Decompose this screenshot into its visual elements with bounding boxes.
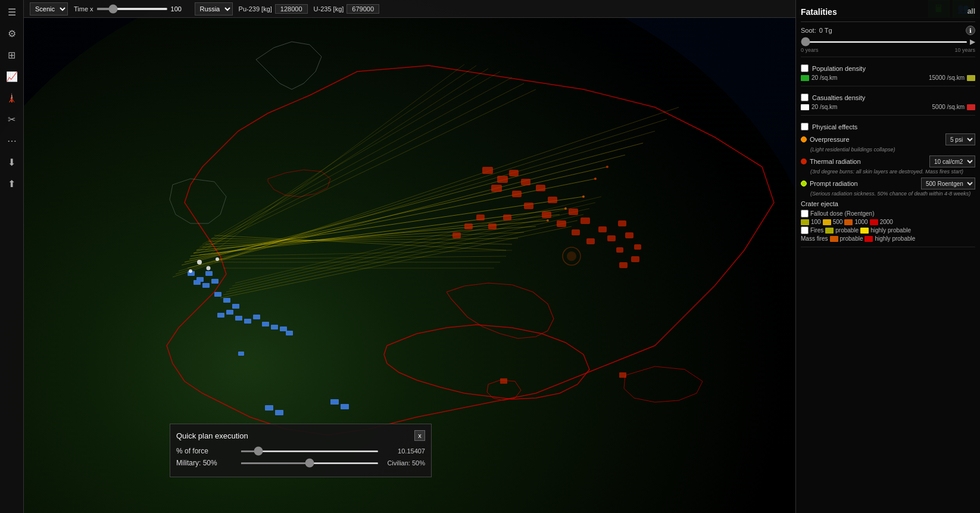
force-slider[interactable] <box>241 450 379 452</box>
military-value-text: 50% <box>203 459 217 467</box>
time-min-label: 0 years <box>801 47 819 53</box>
soot-row: Soot: 0 Tg ℹ <box>801 26 975 35</box>
u235-label: U-235 [kg] <box>314 5 344 13</box>
sidebar-hamburger-icon[interactable]: ☰ <box>2 2 21 21</box>
mass-fires-probable-label: probable <box>840 235 863 242</box>
pu239-value: 128000 <box>275 4 308 14</box>
military-civilian-slider[interactable] <box>241 462 379 464</box>
time-multiplier-slider[interactable] <box>96 8 168 10</box>
soot-info-button[interactable]: ℹ <box>966 26 975 35</box>
soot-label: Soot: <box>801 27 816 34</box>
quick-plan-title: Quick plan execution <box>176 431 248 440</box>
country-dropdown[interactable]: Russia <box>195 2 233 15</box>
time-labels: 0 years 10 years <box>801 47 975 53</box>
physical-effects-checkbox[interactable] <box>801 123 809 130</box>
force-row: % of force 10.15407 <box>176 447 425 455</box>
fires-row: Fires probable highly probable <box>801 226 975 234</box>
sidebar-network-icon[interactable]: ⋯ <box>2 131 21 150</box>
time-x-label: Time x <box>74 5 93 13</box>
u235-value: 679000 <box>347 4 379 14</box>
time-slider-row: ▶ <box>801 38 975 46</box>
fires-highly-probable-label: highly probable <box>870 227 911 234</box>
time-value: 100 <box>171 5 189 13</box>
prompt-circle <box>801 181 807 186</box>
svg-rect-43 <box>193 280 201 285</box>
physical-effects-label: Physical effects <box>812 123 857 130</box>
population-density-checkbox[interactable] <box>801 64 809 72</box>
play-button[interactable]: ▶ <box>970 38 975 46</box>
overpressure-note: (Light residential buildings collapse) <box>810 147 975 153</box>
quick-plan-close-button[interactable]: x <box>414 430 425 441</box>
fallout-dose-row: Fallout dose (Roentgen) <box>801 210 975 217</box>
overpressure-circle <box>801 136 807 142</box>
sidebar-tools-icon[interactable]: ✂ <box>2 110 21 129</box>
crater-ejecta-title: Crater ejecta <box>801 200 975 207</box>
overpressure-label: Overpressure <box>801 136 850 143</box>
pu239-display: Pu-239 [kg] 128000 <box>239 4 308 14</box>
mass-fires-probable-swatch <box>830 236 838 242</box>
fallout-500-label: 500 <box>833 219 843 225</box>
fires-label: Fires <box>810 227 823 234</box>
sidebar-left: ☰ ⚙ ⊞ 📈 🗼 ✂ ⋯ ⬇ ⬆ <box>0 0 24 513</box>
fallout-1000-label: 1000 <box>854 219 867 225</box>
fires-probable-label: probable <box>835 227 859 234</box>
population-density-legend: 20 /sq.km 15000 /sq.km <box>801 74 975 81</box>
cas-density-low-swatch <box>801 104 809 110</box>
military-label: Military: 50% <box>176 459 236 467</box>
sidebar-layers-icon[interactable]: ⊞ <box>2 45 21 64</box>
physical-effects-section: Physical effects Overpressure 5 psi (Lig… <box>801 116 975 247</box>
pop-density-low-swatch <box>801 75 809 81</box>
u235-display: U-235 [kg] 679000 <box>314 4 379 14</box>
prompt-radiation-select[interactable]: 500 Roentgen <box>921 178 975 189</box>
pop-density-high-value: 15000 /sq.km <box>929 74 965 81</box>
fallout-2000-swatch <box>870 219 878 225</box>
sidebar-upload-icon[interactable]: ⬆ <box>2 174 21 193</box>
thermal-radiation-select[interactable]: 10 cal/cm2 <box>929 156 975 167</box>
thermal-radiation-row: Thermal radiation 10 cal/cm2 <box>801 156 975 167</box>
mass-fires-highly-probable-swatch <box>864 236 873 242</box>
sidebar-download-icon[interactable]: ⬇ <box>2 153 21 172</box>
cas-density-high-swatch <box>967 104 975 110</box>
prompt-radiation-label: Prompt radiation <box>801 180 858 187</box>
panel-title-filter[interactable]: all <box>967 7 975 17</box>
quick-plan-header: Quick plan execution x <box>176 430 425 441</box>
casualties-density-legend: 20 /sq.km 5000 /sq.km <box>801 104 975 110</box>
overpressure-row: Overpressure 5 psi <box>801 133 975 145</box>
mass-fires-highly-probable-label: highly probable <box>875 235 915 242</box>
fallout-500-swatch <box>823 219 831 225</box>
country-selector[interactable]: Russia <box>195 2 233 15</box>
time-range-slider[interactable] <box>801 41 967 43</box>
prompt-radiation-row: Prompt radiation 500 Roentgen <box>801 178 975 189</box>
close-icon: x <box>418 432 422 439</box>
time-slider-group: Time x 100 <box>74 5 189 13</box>
soot-value: 0 Tg <box>819 27 832 34</box>
overpressure-select[interactable]: 5 psi <box>945 133 975 145</box>
fires-checkbox[interactable] <box>801 226 809 234</box>
population-density-title: Population density <box>801 64 975 72</box>
view-mode-selector[interactable]: Scenic <box>30 2 68 15</box>
fallout-dose-legend: 100 500 1000 2000 <box>801 219 975 225</box>
sidebar-tower-icon[interactable]: 🗼 <box>2 88 21 107</box>
casualties-density-label: Casualties density <box>812 94 865 101</box>
thermal-radiation-label: Thermal radiation <box>801 158 861 165</box>
fallout-dose-unit: (Roentgen) <box>844 210 874 217</box>
fallout-100-swatch <box>801 219 809 225</box>
fallout-dose-checkbox[interactable] <box>801 210 809 217</box>
panel-title-label: Fatalities <box>801 7 837 17</box>
force-label: % of force <box>176 447 236 455</box>
sidebar-settings-icon[interactable]: ⚙ <box>2 24 21 43</box>
panel-header: Fatalities all <box>801 5 975 22</box>
view-mode-dropdown[interactable]: Scenic <box>30 2 68 15</box>
fallout-1000-swatch <box>844 219 853 225</box>
casualties-density-checkbox[interactable] <box>801 94 809 101</box>
civilian-value-text: 50% <box>412 459 425 467</box>
mass-fires-label: Mass fires <box>801 235 828 242</box>
mass-fires-row: Mass fires probable highly probable <box>801 235 975 242</box>
cas-density-high-value: 5000 /sq.km <box>932 104 965 110</box>
military-civilian-row: Military: 50% Civilian: 50% <box>176 459 425 467</box>
fallout-dose-label: Fallout dose <box>810 210 842 217</box>
quick-plan-panel: Quick plan execution x % of force 10.154… <box>170 424 432 477</box>
casualties-density-section: Casualties density 20 /sq.km 5000 /sq.km <box>801 86 975 116</box>
sidebar-chart-icon[interactable]: 📈 <box>2 67 21 86</box>
military-label-text: Military: <box>176 459 201 467</box>
